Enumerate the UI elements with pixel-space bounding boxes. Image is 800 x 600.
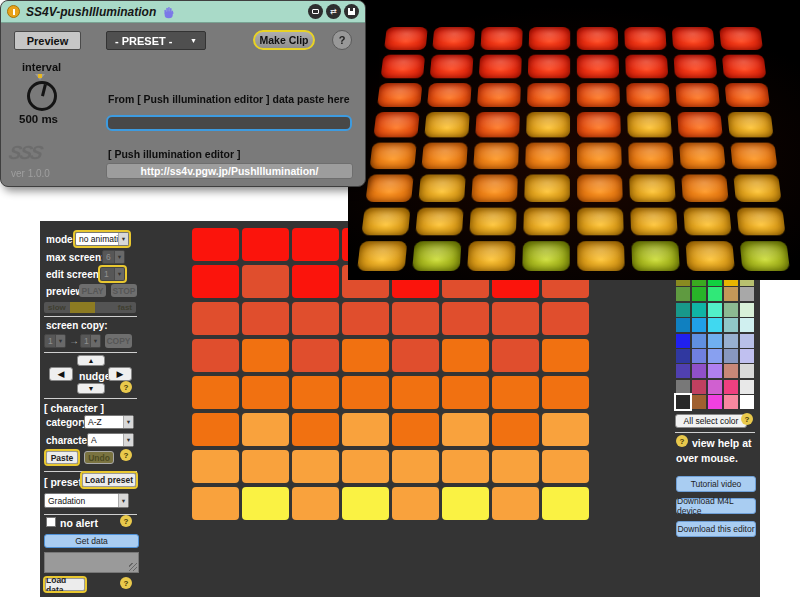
palette-swatch[interactable] <box>708 395 722 409</box>
pad[interactable] <box>392 302 439 335</box>
pad[interactable] <box>192 376 239 409</box>
pad[interactable] <box>292 228 339 261</box>
pad[interactable] <box>492 376 539 409</box>
palette-swatch[interactable] <box>676 303 690 317</box>
palette-swatch[interactable] <box>708 303 722 317</box>
nudge-left-button[interactable]: ◀ <box>49 367 73 381</box>
palette-swatch[interactable] <box>740 364 754 378</box>
pad[interactable] <box>292 265 339 298</box>
undo-button[interactable]: Undo <box>84 451 114 464</box>
character-help-icon[interactable]: ? <box>120 449 132 461</box>
pad[interactable] <box>442 413 489 446</box>
pad[interactable] <box>392 339 439 372</box>
no-alert-help-icon[interactable]: ? <box>120 515 132 527</box>
pad[interactable] <box>242 302 289 335</box>
edit-screen-select[interactable]: 1 ▼ <box>100 267 125 281</box>
speed-slider[interactable]: slow fast <box>44 302 136 313</box>
pad[interactable] <box>192 487 239 520</box>
mode-select[interactable]: no animation ▼ <box>75 232 129 246</box>
pad[interactable] <box>292 487 339 520</box>
palette-swatch[interactable] <box>692 395 706 409</box>
pad[interactable] <box>242 339 289 372</box>
copy-to-select[interactable]: 1 ▼ <box>80 334 101 348</box>
pad[interactable] <box>442 302 489 335</box>
pad[interactable] <box>192 228 239 261</box>
pad[interactable] <box>242 265 289 298</box>
palette-swatch[interactable] <box>676 364 690 378</box>
load-preset-button[interactable]: Load preset <box>82 473 136 487</box>
all-select-color-button[interactable]: All select color <box>675 414 747 428</box>
palette-swatch[interactable] <box>692 334 706 348</box>
palette-swatch[interactable] <box>724 380 738 394</box>
pad[interactable] <box>192 302 239 335</box>
download-this-editor-button[interactable]: Download this editor <box>676 521 756 537</box>
palette-swatch[interactable] <box>724 318 738 332</box>
nudge-up-button[interactable]: ▲ <box>77 355 105 366</box>
copy-from-select[interactable]: 1 ▼ <box>44 334 66 348</box>
palette-swatch[interactable] <box>708 334 722 348</box>
palette-swatch[interactable] <box>692 364 706 378</box>
pad[interactable] <box>242 228 289 261</box>
save-icon[interactable] <box>344 4 359 19</box>
palette-swatch[interactable] <box>740 349 754 363</box>
palette-swatch[interactable] <box>692 287 706 301</box>
palette-swatch[interactable] <box>724 334 738 348</box>
download-m4l-device-button[interactable]: Download M4L device <box>676 498 756 514</box>
palette-swatch[interactable] <box>676 334 690 348</box>
pad[interactable] <box>292 413 339 446</box>
pad[interactable] <box>292 376 339 409</box>
make-clip-button[interactable]: Make Clip <box>253 30 315 50</box>
palette-swatch[interactable] <box>708 318 722 332</box>
palette-swatch[interactable] <box>740 380 754 394</box>
pad[interactable] <box>342 450 389 483</box>
pad[interactable] <box>342 339 389 372</box>
pad[interactable] <box>292 450 339 483</box>
palette-swatch[interactable] <box>692 380 706 394</box>
max-screen-select[interactable]: 6 ▼ <box>102 250 125 264</box>
stop-button[interactable]: STOP <box>111 284 137 297</box>
nudge-help-icon[interactable]: ? <box>120 381 132 393</box>
nudge-down-button[interactable]: ▼ <box>77 383 105 394</box>
pad[interactable] <box>492 302 539 335</box>
pad[interactable] <box>242 413 289 446</box>
pad[interactable] <box>392 413 439 446</box>
pad[interactable] <box>292 302 339 335</box>
pad[interactable] <box>242 450 289 483</box>
pad[interactable] <box>192 413 239 446</box>
pad[interactable] <box>442 376 489 409</box>
palette-swatch[interactable] <box>724 395 738 409</box>
pad[interactable] <box>542 450 589 483</box>
no-alert-checkbox[interactable] <box>46 517 56 527</box>
pad[interactable] <box>442 487 489 520</box>
pad[interactable] <box>542 302 589 335</box>
pad[interactable] <box>492 487 539 520</box>
pad[interactable] <box>392 450 439 483</box>
load-data-help-icon[interactable]: ? <box>120 577 132 589</box>
palette-swatch[interactable] <box>724 349 738 363</box>
palette-swatch[interactable] <box>740 334 754 348</box>
pad[interactable] <box>542 413 589 446</box>
help-button[interactable]: ? <box>332 30 352 50</box>
pad[interactable] <box>542 376 589 409</box>
palette-swatch[interactable] <box>724 287 738 301</box>
pad[interactable] <box>342 376 389 409</box>
pad[interactable] <box>442 450 489 483</box>
palette-swatch[interactable] <box>676 349 690 363</box>
pad[interactable] <box>492 450 539 483</box>
power-toggle-icon[interactable] <box>7 5 20 18</box>
pad[interactable] <box>492 413 539 446</box>
pad[interactable] <box>542 487 589 520</box>
pad[interactable] <box>192 265 239 298</box>
palette-swatch[interactable] <box>740 303 754 317</box>
palette-swatch[interactable] <box>708 287 722 301</box>
pad[interactable] <box>492 339 539 372</box>
pad[interactable] <box>392 487 439 520</box>
palette-swatch[interactable] <box>740 287 754 301</box>
nudge-right-button[interactable]: ▶ <box>108 367 132 381</box>
editor-url-button[interactable]: http://ss4v.pgw.jp/PushIllumination/ <box>106 163 353 179</box>
pad[interactable] <box>192 450 239 483</box>
palette-swatch[interactable] <box>708 380 722 394</box>
interval-knob[interactable] <box>27 81 57 111</box>
palette-swatch[interactable] <box>692 349 706 363</box>
data-textarea[interactable] <box>44 552 139 573</box>
